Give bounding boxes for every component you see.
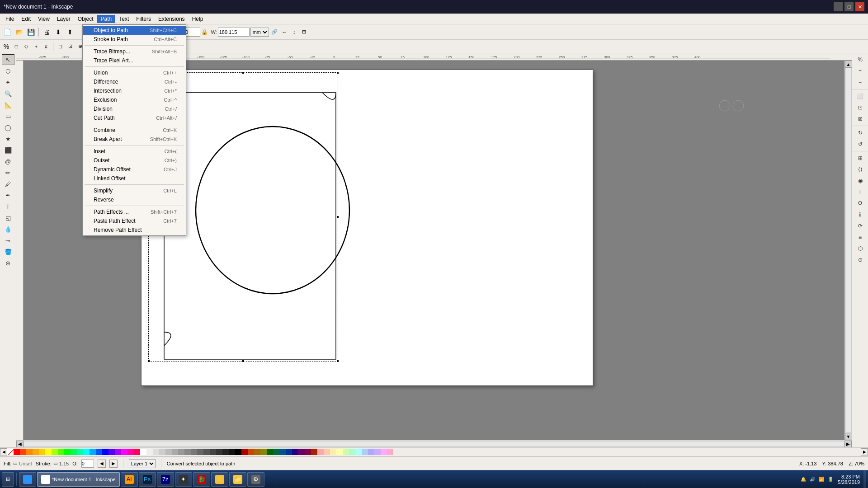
- scroll-thumb[interactable]: [845, 68, 852, 433]
- color-swatch-52[interactable]: [343, 449, 349, 455]
- selector-tool[interactable]: ↖: [2, 54, 14, 65]
- open-button[interactable]: 📂: [14, 27, 24, 38]
- start-button[interactable]: ⊞: [2, 472, 14, 487]
- menu-item-inset[interactable]: InsetCtrl+(: [83, 147, 186, 156]
- taskbar-illustrator[interactable]: Ai: [121, 472, 138, 487]
- rect-tool[interactable]: ▭: [2, 111, 14, 122]
- opacity-input[interactable]: [81, 460, 94, 468]
- nodes-button[interactable]: ⬡: [854, 243, 867, 254]
- color-swatch-55[interactable]: [362, 449, 368, 455]
- menu-item-path-effects-[interactable]: Path Effects ...Shift+Ctrl+7: [83, 207, 186, 216]
- align-panel-button[interactable]: ≡: [854, 232, 867, 243]
- dropper-tool[interactable]: 💧: [2, 224, 14, 235]
- color-swatch-38[interactable]: [254, 449, 260, 455]
- color-swatch-49[interactable]: [324, 449, 330, 455]
- flip-v-button[interactable]: ↕: [290, 28, 299, 37]
- new-button[interactable]: 📄: [2, 27, 13, 38]
- snap-node[interactable]: ◇: [22, 42, 31, 51]
- scroll-right-button[interactable]: ▶: [844, 441, 852, 448]
- zoom-in-right[interactable]: +: [854, 66, 867, 76]
- obj-props-button[interactable]: ℹ: [854, 209, 867, 220]
- tweak-tool[interactable]: ✦: [2, 77, 14, 88]
- measure-tool[interactable]: 📐: [2, 99, 14, 110]
- connector-tool[interactable]: ⊸: [2, 235, 14, 246]
- fit-selection-right[interactable]: ⊠: [854, 113, 867, 124]
- color-swatch-20[interactable]: [140, 449, 146, 455]
- menu-item-union[interactable]: UnionCtrl++: [83, 68, 186, 77]
- taskbar-chrome[interactable]: 🌐: [19, 472, 36, 487]
- zoom-out-right[interactable]: −: [854, 77, 867, 88]
- symbols-button[interactable]: Ω: [854, 198, 867, 209]
- color-swatch-27[interactable]: [184, 449, 191, 455]
- fill-stroke-button[interactable]: ◉: [854, 175, 867, 186]
- menu-path[interactable]: Path: [97, 15, 116, 23]
- color-swatch-11[interactable]: [83, 449, 90, 455]
- calligraphy-tool[interactable]: ✒: [2, 190, 14, 201]
- scroll-up-button[interactable]: ▲: [845, 61, 852, 68]
- menu-filters[interactable]: Filters: [132, 15, 155, 23]
- color-swatch-50[interactable]: [330, 449, 336, 455]
- color-swatch-4[interactable]: [39, 449, 45, 455]
- menu-file[interactable]: File: [2, 15, 18, 23]
- menu-item-simplify[interactable]: SimplifyCtrl+L: [83, 186, 186, 195]
- color-swatch-29[interactable]: [197, 449, 203, 455]
- swatch-none[interactable]: [7, 449, 14, 455]
- menu-item-combine[interactable]: CombineCtrl+K: [83, 126, 186, 135]
- w-input[interactable]: 180.115: [218, 28, 250, 37]
- menu-help[interactable]: Help: [189, 15, 207, 23]
- color-swatch-2[interactable]: [26, 449, 33, 455]
- color-swatch-58[interactable]: [381, 449, 387, 455]
- color-swatch-24[interactable]: [165, 449, 172, 455]
- color-swatch-40[interactable]: [267, 449, 273, 455]
- color-swatch-44[interactable]: [292, 449, 298, 455]
- color-swatch-39[interactable]: [260, 449, 267, 455]
- taskbar-wacom[interactable]: ✦: [175, 472, 192, 487]
- taskbar-inkscape[interactable]: ✏ *New document 1 - Inkscape: [37, 472, 120, 487]
- taskbar-filemanager[interactable]: 📁: [229, 472, 246, 487]
- color-swatch-32[interactable]: [216, 449, 222, 455]
- scroll-left-button[interactable]: ◀: [16, 441, 24, 448]
- snap-grid[interactable]: #: [42, 42, 51, 51]
- transform-panel-button[interactable]: ⟳: [854, 221, 867, 231]
- color-swatch-31[interactable]: [210, 449, 216, 455]
- menu-item-cut-path[interactable]: Cut PathCtrl+Alt+/: [83, 113, 186, 122]
- menu-item-exclusion[interactable]: ExclusionCtrl+^: [83, 95, 186, 104]
- color-swatch-17[interactable]: [121, 449, 127, 455]
- color-swatch-9[interactable]: [71, 449, 77, 455]
- palette-scroll-right[interactable]: ▶: [861, 448, 868, 455]
- menu-edit[interactable]: Edit: [18, 15, 34, 23]
- star-tool[interactable]: ★: [2, 133, 14, 144]
- pencil-tool[interactable]: ✏: [2, 167, 14, 178]
- color-swatch-21[interactable]: [146, 449, 153, 455]
- maximize-button[interactable]: □: [844, 2, 854, 11]
- spray-tool[interactable]: ⊛: [2, 258, 14, 268]
- export-button[interactable]: ⬆: [65, 27, 75, 38]
- menu-item-division[interactable]: DivisionCtrl+/: [83, 104, 186, 113]
- color-swatch-46[interactable]: [305, 449, 311, 455]
- menu-item-paste-path-effect[interactable]: Paste Path EffectCtrl+7: [83, 216, 186, 225]
- color-swatch-34[interactable]: [229, 449, 235, 455]
- menu-extensions[interactable]: Extensions: [155, 15, 189, 23]
- rotate-ccw-right[interactable]: ↺: [854, 139, 867, 150]
- color-swatch-48[interactable]: [317, 449, 324, 455]
- flip-h-button[interactable]: ↔: [280, 28, 289, 37]
- zoom-tool[interactable]: 🔍: [2, 88, 14, 99]
- menu-item-break-apart[interactable]: Break ApartShift+Ctrl+K: [83, 135, 186, 144]
- palette-scroll-left[interactable]: ◀: [0, 448, 7, 455]
- color-swatch-54[interactable]: [355, 449, 362, 455]
- menu-item-reverse[interactable]: Reverse: [83, 195, 186, 204]
- node-tool[interactable]: ⬡: [2, 66, 14, 76]
- color-swatch-45[interactable]: [298, 449, 305, 455]
- color-swatch-30[interactable]: [203, 449, 210, 455]
- vertical-scrollbar[interactable]: ▲ ▼: [844, 61, 852, 440]
- menu-item-difference[interactable]: DifferenceCtrl+-: [83, 77, 186, 86]
- color-swatch-7[interactable]: [58, 449, 64, 455]
- menu-object[interactable]: Object: [74, 15, 97, 23]
- color-swatch-12[interactable]: [90, 449, 96, 455]
- horizontal-scrollbar[interactable]: ◀ ▶: [16, 440, 852, 447]
- color-swatch-8[interactable]: [64, 449, 71, 455]
- color-swatch-41[interactable]: [273, 449, 279, 455]
- spiral-tool[interactable]: @: [2, 156, 14, 167]
- snap-bbox-edge[interactable]: ⊡: [66, 42, 75, 51]
- opacity-dec[interactable]: ◀: [98, 460, 106, 468]
